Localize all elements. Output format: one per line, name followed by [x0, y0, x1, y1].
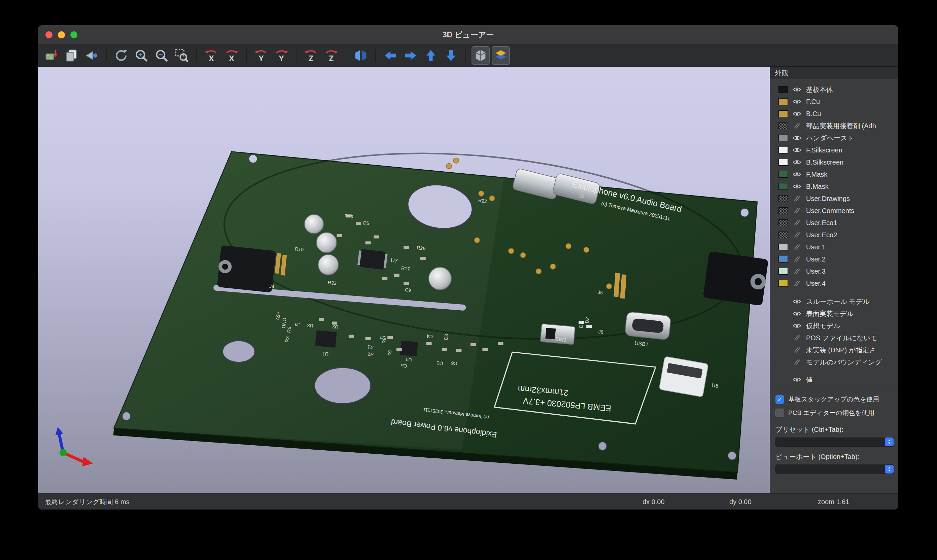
- checkbox-checked-icon[interactable]: ✓: [775, 395, 784, 404]
- appearance-row[interactable]: User.2: [770, 253, 898, 265]
- visibility-on-icon[interactable]: [792, 147, 802, 153]
- redraw-button[interactable]: [112, 46, 130, 65]
- titlebar[interactable]: 3D ビューアー: [38, 25, 898, 45]
- visibility-off-icon[interactable]: [792, 256, 802, 262]
- rotate-x-cw-button[interactable]: X: [223, 46, 241, 65]
- appearance-row[interactable]: F.Silkscreen: [770, 144, 898, 156]
- appearance-row[interactable]: User.Drawings: [770, 192, 898, 205]
- zoom-in-button[interactable]: [132, 46, 151, 65]
- checkbox-row[interactable]: PCB エディターの銅色を使用: [770, 406, 898, 420]
- appearance-row[interactable]: User.Eco2: [770, 229, 898, 241]
- component-ref: U7: [391, 257, 398, 263]
- preset-dropdown[interactable]: ▲▼: [775, 437, 894, 447]
- appearance-row[interactable]: User.Comments: [770, 205, 898, 217]
- appearance-panel: 外観 基板本体F.CuB.Cu部品実装用接着剤 (AdhハンダペーストF.Sil…: [770, 67, 898, 493]
- appearance-row[interactable]: B.Cu: [770, 108, 898, 120]
- layer-color-swatch[interactable]: [779, 123, 788, 129]
- rotate-y-ccw-button[interactable]: Y: [252, 46, 270, 65]
- checkbox-row[interactable]: ✓基板スタックアップの色を使用: [770, 393, 898, 406]
- layer-color-swatch[interactable]: [779, 244, 788, 251]
- visibility-on-icon[interactable]: [792, 111, 802, 117]
- appearance-row[interactable]: モデルのバウンディング: [770, 356, 898, 368]
- layer-color-swatch[interactable]: [779, 232, 788, 238]
- appearance-row[interactable]: 基板本体: [770, 83, 898, 95]
- checkbox-unchecked-icon[interactable]: [775, 409, 784, 417]
- layer-color-swatch[interactable]: [779, 219, 788, 226]
- layer-color-swatch[interactable]: [779, 183, 788, 190]
- reload-board-button[interactable]: [42, 46, 60, 65]
- visibility-off-icon[interactable]: [792, 220, 802, 226]
- component-ref: R1: [367, 344, 374, 350]
- rotate-x-ccw-button[interactable]: X: [202, 46, 220, 65]
- visibility-off-icon[interactable]: [792, 335, 802, 341]
- visibility-on-icon[interactable]: [792, 323, 802, 329]
- appearance-row[interactable]: スルーホール モデル: [770, 295, 898, 308]
- zoom-out-button[interactable]: [152, 46, 171, 65]
- visibility-on-icon[interactable]: [792, 135, 802, 141]
- layer-color-swatch[interactable]: [779, 86, 788, 93]
- layer-color-swatch[interactable]: [779, 256, 788, 263]
- layer-color-swatch[interactable]: [779, 171, 788, 178]
- zoom-fit-button[interactable]: [173, 46, 191, 65]
- layer-color-swatch[interactable]: [779, 98, 788, 105]
- 3d-viewport[interactable]: Exidiophone v6.0 Audio Board (c) Tomoya …: [38, 67, 770, 493]
- layer-color-swatch[interactable]: [779, 195, 788, 202]
- visibility-off-icon[interactable]: [792, 123, 802, 129]
- visibility-on-icon[interactable]: [792, 98, 802, 105]
- rotate-y-cw-button[interactable]: Y: [272, 46, 291, 65]
- visibility-on-icon[interactable]: [792, 159, 802, 165]
- pan-down-button[interactable]: [442, 46, 460, 65]
- close-button[interactable]: [45, 31, 52, 38]
- appearance-row[interactable]: ハンダペースト: [770, 132, 898, 144]
- visibility-off-icon[interactable]: [792, 359, 802, 365]
- visibility-on-icon[interactable]: [792, 86, 802, 92]
- appearance-row[interactable]: F.Mask: [770, 168, 898, 180]
- layer-color-swatch[interactable]: [779, 207, 788, 214]
- visibility-on-icon[interactable]: [792, 311, 802, 317]
- appearance-row[interactable]: B.Mask: [770, 180, 898, 192]
- pan-right-button[interactable]: [402, 46, 420, 65]
- orthographic-button[interactable]: [472, 46, 490, 65]
- layer-color-swatch[interactable]: [779, 268, 788, 275]
- rotate-z-cw-button[interactable]: Z: [322, 46, 340, 65]
- layer-color-swatch[interactable]: [779, 135, 788, 142]
- raytracing-button[interactable]: [83, 46, 101, 65]
- appearance-row[interactable]: 値: [770, 374, 898, 386]
- visibility-off-icon[interactable]: [792, 208, 802, 214]
- visibility-on-icon[interactable]: [792, 171, 802, 177]
- minimize-button[interactable]: [58, 31, 65, 38]
- visibility-off-icon[interactable]: [792, 244, 802, 250]
- visibility-on-icon[interactable]: [792, 183, 802, 189]
- appearance-row[interactable]: F.Cu: [770, 95, 898, 108]
- layer-color-swatch[interactable]: [779, 147, 788, 154]
- appearance-row[interactable]: POS ファイルにないモ: [770, 332, 898, 344]
- visibility-off-icon[interactable]: [792, 232, 802, 238]
- viewport-dropdown[interactable]: ▲▼: [775, 464, 894, 474]
- rotate-z-ccw-button[interactable]: Z: [302, 46, 320, 65]
- layer-color-swatch[interactable]: [779, 111, 788, 117]
- visibility-on-icon[interactable]: [792, 298, 802, 305]
- appearance-row[interactable]: 未実装 (DNP) が指定さ: [770, 344, 898, 356]
- layer-color-swatch[interactable]: [779, 280, 788, 287]
- copy-image-button[interactable]: [62, 46, 80, 65]
- pan-left-icon: [383, 48, 398, 63]
- appearance-row[interactable]: 部品実装用接着剤 (Adh: [770, 120, 898, 132]
- appearance-row[interactable]: B.Silkscreen: [770, 156, 898, 168]
- appearance-row[interactable]: 仮想モデル: [770, 320, 898, 332]
- visibility-off-icon[interactable]: [792, 268, 802, 274]
- appearance-row[interactable]: 表面実装モデル: [770, 308, 898, 320]
- layer-color-swatch[interactable]: [779, 159, 788, 166]
- appearance-panel-button[interactable]: [492, 46, 510, 65]
- visibility-on-icon[interactable]: [792, 377, 802, 383]
- visibility-off-icon[interactable]: [792, 280, 802, 286]
- pan-up-button[interactable]: [422, 46, 440, 65]
- appearance-row[interactable]: User.3: [770, 265, 898, 277]
- zoom-window-button[interactable]: [70, 31, 77, 38]
- appearance-row[interactable]: User.4: [770, 277, 898, 289]
- pan-left-button[interactable]: [382, 46, 400, 65]
- appearance-row[interactable]: User.Eco1: [770, 217, 898, 229]
- flip-board-button[interactable]: [352, 46, 370, 65]
- appearance-row[interactable]: User.1: [770, 241, 898, 253]
- visibility-off-icon[interactable]: [792, 195, 802, 202]
- visibility-off-icon[interactable]: [792, 347, 802, 353]
